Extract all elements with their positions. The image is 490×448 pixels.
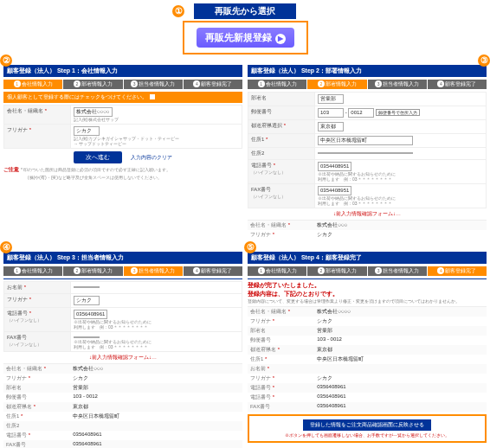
tel-input[interactable]: 0354408951 [318,162,351,171]
person-tel-input[interactable]: 0356408961 [74,310,107,319]
step-tab-3: 3担当者情報入力 [124,80,183,89]
reflect-box: 登録した情報をご注文商品確認画面に反映させる ※ボタンを押しても画面遷移しない場… [248,414,487,443]
step3-stepbar: 1会社情報入力 2部署情報入力 3担当者情報入力 4顧客登録完了 [3,266,242,276]
addr2-input[interactable] [318,152,413,154]
company-input[interactable]: 株式会社○○○○ [74,107,113,117]
register-box: 再販先新規登録▶ [183,21,308,54]
reflect-note: ※ボタンを押しても画面遷移しない場合、お手数ですが一覧から選択してください。 [253,432,481,438]
badge-3: ③ [478,54,490,67]
step3-confirm-label: ↓前入力情報確認フォーム↓… [3,354,242,362]
dept-input[interactable]: 営業部 [318,94,344,104]
zip1-input[interactable]: 103 [318,108,344,118]
individual-note: 個人顧客として登録する際にはチェックをつけてください。 [3,92,242,103]
step-tab-2: 2部署情報入力 [63,80,122,89]
step2-title: 顧客登録（法人） Step 2：部署情報入力 [248,65,487,77]
step1-stepbar: 1会社情報入力 2部署情報入力 3担当者情報入力 4顧客登録完了 [3,80,242,89]
fax-input[interactable]: 0354408951 [318,186,351,195]
step2-stepbar: 1会社情報入力 2部署情報入力 3担当者情報入力 4顧客登録完了 [248,80,487,89]
step4-summary: 会社名・組織名 *株式会社○○○○ フリガナ *シカク 部署名営業部 郵便番号1… [248,306,487,412]
zip2-input[interactable]: 0012 [348,108,374,118]
complete-note: 登録内容について、変更する場合は管理作業より修正・変更を頂けますので項目について… [248,298,487,304]
caution-label: ご注意 [3,167,19,172]
step3-summary: 会社名・組織名 *株式会社○○○ フリガナ *シカク 部署名営業部 郵便番号10… [3,363,242,448]
badge-4: ④ [0,241,12,253]
reflect-button[interactable]: 登録した情報をご注文商品確認画面に反映させる [303,419,431,431]
zip-lookup-button[interactable]: 郵便番号で住所入力 [376,109,420,116]
complete-msg1: 登録が完了いたしました。 [248,281,487,290]
step4-title: 顧客登録（法人） Step 4：顧客登録完了 [248,252,487,264]
section1-title: 再販先から選択 [194,3,296,19]
person-fax-input[interactable] [74,336,100,338]
individual-checkbox[interactable] [150,94,155,99]
badge-2: ② [0,54,12,67]
badge-1: ① [172,5,184,17]
person-name-input[interactable] [74,286,100,288]
register-new-button[interactable]: 再販先新規登録▶ [197,28,294,48]
furigana-input[interactable]: シカク [74,126,100,136]
arrow-icon: ▶ [275,34,286,44]
step2-confirm-label: ↓前入力情報確認フォーム↓… [248,210,487,218]
caution-text2: (株)や(有)・(実)など略字及び全角スペースは使用しないでください。 [28,175,162,180]
badge-5: ⑤ [244,241,256,253]
person-furi-input[interactable]: シカク [74,296,100,305]
step-tab-1: 1会社情報入力 [3,80,62,89]
addr1-input[interactable]: 中央区日本橋堀留町 [318,136,413,145]
clear-link[interactable]: 入力内容のクリア [131,155,172,160]
step3-title: 顧客登録（法人） Step 3：担当者情報入力 [3,252,242,264]
step1-title: 顧客登録（法人） Step 1：会社情報入力 [3,65,242,77]
pref-select[interactable]: 東京都 [318,122,344,131]
complete-msg2: 登録内容は、下記のとおりです。 [248,290,487,298]
step-tab-4: 4顧客登録完了 [184,80,242,89]
step4-stepbar: 1会社情報入力 2部署情報入力 3担当者情報入力 4顧客登録完了 [248,266,487,276]
next-button[interactable]: 次へ進む [74,151,122,163]
caution-text1: * 印のついた箇所は商品登録に必須の項目ですので必ず正確に記入願います。 [21,167,171,172]
